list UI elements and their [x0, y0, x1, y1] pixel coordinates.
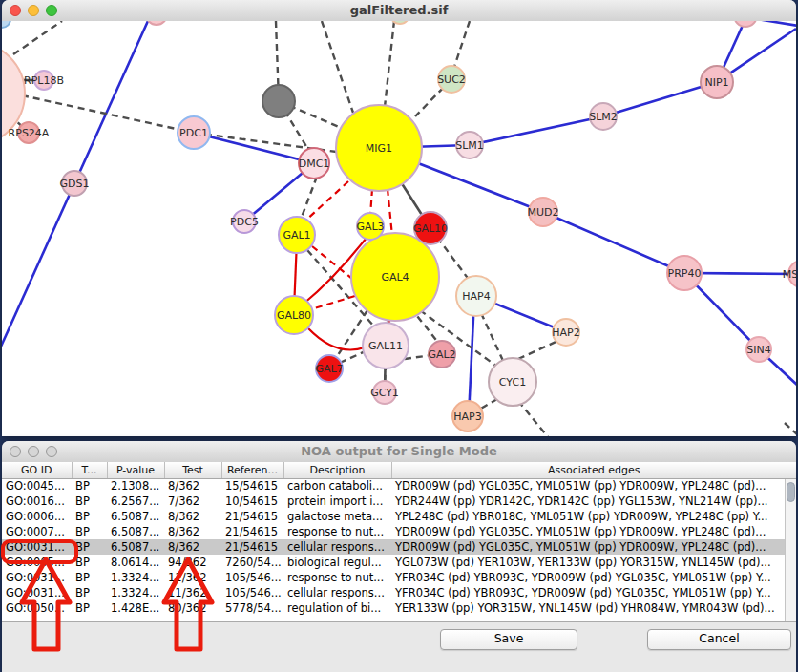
- network-edge[interactable]: [470, 116, 603, 145]
- column-header-test[interactable]: Test: [164, 462, 221, 478]
- network-edge[interactable]: [308, 328, 365, 350]
- noa-table-header-row: GO IDT...P-valueTestReferen...Desciption…: [2, 462, 796, 478]
- table-row[interactable]: GO:0050...BP1.428E...80/3625778/54...reg…: [2, 600, 796, 616]
- table-cell: YPL248C (pd) YBR018C, YML051W (pp) YDR00…: [391, 509, 796, 524]
- table-cell: YDR244W (pp) YDR142C, YDR142C (pp) YGL15…: [391, 494, 796, 509]
- network-window-titlebar[interactable]: galFiltered.sif: [2, 0, 796, 22]
- table-cell: GO:0065...: [2, 555, 72, 570]
- table-cell: 94/362: [164, 555, 221, 570]
- node-label-hap3: HAP3: [453, 410, 481, 423]
- network-edge[interactable]: [385, 21, 394, 107]
- table-cell: YGL073W (pd) YER103W, YER133W (pp) YOR31…: [391, 555, 796, 570]
- vertical-scrollbar[interactable]: [785, 479, 796, 621]
- graph-canvas[interactable]: MIG1GAL4RPL18BRPS24AGDS1PDC1DMC1PDC5GAL1…: [2, 21, 796, 436]
- node-label-pdc5: PDC5: [230, 216, 259, 228]
- node-corner-clip[interactable]: [2, 21, 10, 28]
- table-cell: GO:0050...: [2, 600, 72, 616]
- table-cell: 21/54615: [221, 509, 284, 524]
- save-button[interactable]: Save: [440, 629, 578, 650]
- network-edge[interactable]: [312, 246, 357, 283]
- network-edge[interactable]: [518, 401, 549, 436]
- network-edge[interactable]: [785, 423, 796, 435]
- table-cell: BP: [72, 509, 107, 524]
- node-label-rpl18b: RPL18B: [24, 74, 64, 87]
- noa-table-body: GO:0045...BP2.1308...8/36215/54615carbon…: [2, 478, 796, 616]
- node-gray-node[interactable]: [262, 85, 295, 117]
- network-edge[interactable]: [603, 82, 717, 116]
- node-label-pdc1: PDC1: [179, 127, 208, 139]
- network-edge[interactable]: [13, 21, 62, 54]
- network-window: galFiltered.sif MIG1GAL4RPL18BRPS24AGDS1…: [2, 0, 796, 436]
- node-label-sin4: SIN4: [746, 344, 770, 356]
- node-label-gal1: GAL1: [283, 229, 310, 242]
- table-cell: BP: [72, 585, 107, 600]
- table-cell: 7260/54...: [221, 555, 284, 570]
- cancel-button[interactable]: Cancel: [647, 629, 791, 650]
- node-label-gal4: GAL4: [381, 271, 409, 284]
- column-header-referen-[interactable]: Referen...: [221, 462, 284, 478]
- node-label-prp40: PRP40: [668, 267, 702, 280]
- node-label-msl-clip: MSL: [783, 268, 796, 281]
- table-cell: 105/546...: [221, 585, 284, 600]
- table-cell: 1.428E...: [107, 600, 164, 616]
- column-header-associated-edges[interactable]: Associated edges: [391, 462, 796, 478]
- node-label-gal80: GAL80: [277, 309, 311, 322]
- noa-window-titlebar[interactable]: NOA output for Single Mode: [2, 441, 796, 463]
- table-row[interactable]: GO:0065...BP8.0614...94/3627260/54...bio…: [2, 555, 796, 570]
- table-row[interactable]: GO:0045...BP2.1308...8/36215/54615carbon…: [2, 478, 796, 494]
- table-cell: YFR034C (pd) YBR093C, YDR009W (pd) YGL03…: [391, 570, 796, 585]
- table-cell: BP: [72, 494, 107, 509]
- table-cell: galactose meta...: [284, 509, 391, 524]
- table-cell: 80/362: [164, 600, 221, 616]
- network-graph[interactable]: MIG1GAL4RPL18BRPS24AGDS1PDC1DMC1PDC5GAL1…: [2, 21, 796, 436]
- column-header-go-id[interactable]: GO ID: [2, 462, 72, 478]
- table-row[interactable]: GO:0006...BP6.5087...8/36221/54615galact…: [2, 509, 796, 524]
- table-row[interactable]: GO:0031...BP1.3324...11/362105/546...res…: [2, 570, 796, 585]
- network-edge[interactable]: [194, 133, 314, 163]
- node-label-mud2: MUD2: [527, 206, 558, 219]
- node-label-gcy1: GCY1: [370, 387, 399, 399]
- table-cell: 8.0614...: [107, 555, 164, 570]
- network-edge[interactable]: [481, 313, 504, 363]
- node-top-clip-1[interactable]: [146, 21, 167, 25]
- node-label-gal2: GAL2: [428, 348, 455, 361]
- node-label-mig1: MIG1: [366, 142, 392, 155]
- table-row[interactable]: GO:0031...BP1.3324...11/362105/546...cel…: [2, 585, 796, 600]
- table-cell: GO:0031...: [2, 570, 72, 585]
- node-label-hap4: HAP4: [462, 290, 490, 303]
- column-header-p-value[interactable]: P-value: [107, 462, 164, 478]
- network-edge[interactable]: [543, 212, 684, 273]
- table-cell: 6.5087...: [107, 524, 164, 539]
- table-cell: GO:0007...: [2, 524, 72, 539]
- table-cell: 11/362: [164, 585, 221, 600]
- table-cell: BP: [72, 524, 107, 539]
- scrollbar-thumb[interactable]: [787, 482, 795, 502]
- table-cell: GO:0016...: [2, 494, 72, 509]
- network-edge[interactable]: [322, 21, 353, 113]
- table-cell: response to nut...: [284, 570, 391, 585]
- table-row[interactable]: GO:0007...BP6.5087...8/36221/54615respon…: [2, 524, 796, 539]
- network-edge[interactable]: [304, 181, 348, 222]
- node-label-rps24a: RPS24A: [9, 127, 50, 139]
- node-label-slm2: SLM2: [589, 111, 618, 123]
- node-label-suc2: SUC2: [437, 74, 466, 86]
- network-edge[interactable]: [388, 189, 392, 236]
- table-cell: 21/54615: [221, 524, 284, 539]
- network-edge[interactable]: [370, 189, 372, 216]
- node-top-clip-pink[interactable]: [734, 21, 757, 27]
- table-cell: GO:0031...: [2, 585, 72, 600]
- table-cell: GO:0045...: [2, 478, 72, 494]
- table-row[interactable]: GO:0016...BP6.2567...7/36210/54615protei…: [2, 494, 796, 509]
- network-edge[interactable]: [454, 21, 470, 67]
- node-label-slm1: SLM1: [455, 139, 484, 152]
- column-header-t-[interactable]: T...: [72, 462, 107, 478]
- table-cell: YER133W (pp) YOR315W, YNL145W (pd) YHR08…: [391, 600, 796, 616]
- node-label-gal11: GAL11: [368, 340, 403, 352]
- table-row[interactable]: GO:0031...BP6.5087...8/36221/54615cellul…: [2, 539, 796, 555]
- table-cell: 5778/54...: [221, 600, 284, 616]
- table-cell: YDR009W (pd) YGL035C, YML051W (pp) YDR00…: [391, 524, 796, 539]
- column-header-desciption[interactable]: Desciption: [284, 462, 391, 478]
- table-cell: GO:0006...: [2, 509, 72, 524]
- table-cell: BP: [72, 555, 107, 570]
- table-cell: 11/362: [164, 570, 221, 585]
